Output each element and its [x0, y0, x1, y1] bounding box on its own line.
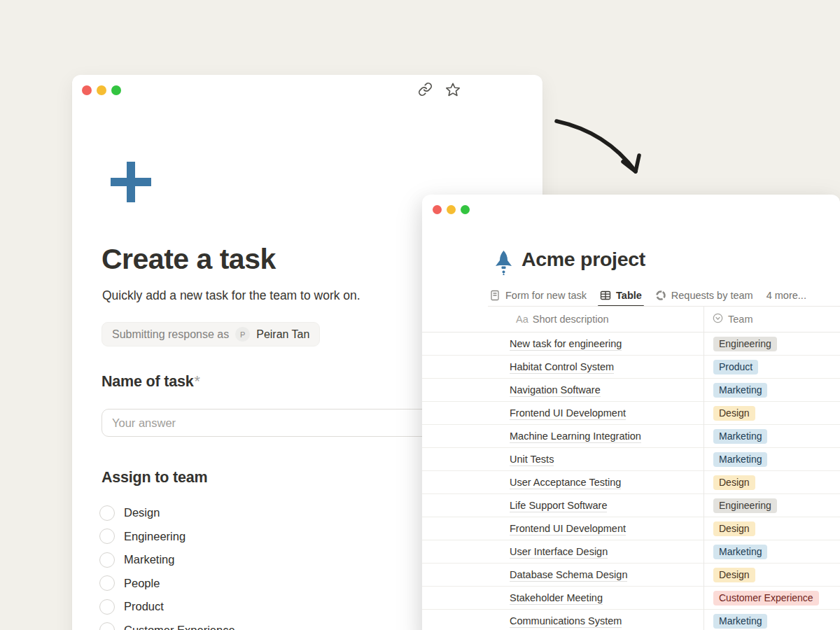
cell-description[interactable]: Stakeholder Meeting: [422, 592, 704, 604]
table-row[interactable]: User Interface DesignMarketing: [422, 540, 840, 564]
cell-team[interactable]: Design: [704, 406, 755, 421]
option-label: People: [124, 577, 160, 590]
cell-team[interactable]: Marketing: [704, 383, 767, 398]
cell-description[interactable]: User Interface Design: [422, 545, 704, 558]
column-divider: [704, 307, 704, 630]
cell-team[interactable]: Marketing: [704, 452, 767, 467]
radio-button[interactable]: [99, 622, 115, 630]
team-tag: Engineering: [713, 498, 777, 513]
view-tabs: Form for new taskTableRequests by team4 …: [489, 286, 806, 304]
radio-button[interactable]: [99, 505, 115, 521]
cell-description[interactable]: New task for engineering: [422, 337, 704, 350]
team-tag: Product: [713, 360, 758, 374]
team-option-engineering[interactable]: Engineering: [99, 525, 235, 549]
cell-team[interactable]: Engineering: [704, 498, 777, 513]
radio-button[interactable]: [99, 599, 115, 615]
close-button[interactable]: [433, 205, 442, 214]
cell-team[interactable]: Marketing: [704, 545, 767, 559]
team-tag: Design: [713, 406, 755, 421]
rocket-icon: [494, 250, 513, 278]
cell-description[interactable]: Habitat Control System: [422, 360, 704, 373]
table-row[interactable]: Unit TestsMarketing: [422, 448, 840, 471]
cell-description[interactable]: Frontend UI Development: [422, 522, 704, 535]
cell-team[interactable]: Design: [704, 522, 755, 536]
zoom-button[interactable]: [461, 205, 470, 214]
table-row[interactable]: Navigation SoftwareMarketing: [422, 379, 840, 402]
title-property-icon: Aa: [516, 314, 528, 325]
window-controls: [82, 85, 121, 95]
cell-description[interactable]: Life Support Software: [422, 499, 704, 512]
cell-description[interactable]: Communications System: [422, 615, 704, 627]
table-row[interactable]: Communications SystemMarketing: [422, 610, 840, 630]
window-controls: [433, 205, 470, 214]
cell-team[interactable]: Design: [704, 568, 755, 582]
table-row[interactable]: Database Schema DesignDesign: [422, 564, 840, 587]
row-title: Life Support Software: [510, 500, 607, 512]
table-row[interactable]: Stakeholder MeetingCustomer Experience: [422, 587, 840, 610]
tab-form-for-new-task[interactable]: Form for new task: [489, 286, 587, 304]
column-header-description[interactable]: Aa Short description: [422, 314, 704, 325]
star-icon[interactable]: [445, 82, 461, 97]
table-row[interactable]: Habitat Control SystemProduct: [422, 356, 840, 379]
minimize-button[interactable]: [447, 205, 456, 214]
cell-description[interactable]: Navigation Software: [422, 384, 704, 396]
tab-requests-by-team[interactable]: Requests by team: [655, 286, 753, 304]
radio-button[interactable]: [99, 552, 115, 568]
team-option-design[interactable]: Design: [99, 501, 235, 525]
team-tag: Marketing: [713, 545, 767, 559]
table-row[interactable]: User Acceptance TestingDesign: [422, 471, 840, 494]
table-row[interactable]: Frontend UI DevelopmentDesign: [422, 402, 840, 425]
team-option-marketing[interactable]: Marketing: [99, 548, 235, 572]
cell-description[interactable]: Database Schema Design: [422, 568, 704, 581]
team-tag: Customer Experience: [713, 591, 819, 606]
option-label: Product: [124, 600, 164, 613]
cell-team[interactable]: Marketing: [704, 429, 767, 444]
close-button[interactable]: [82, 85, 92, 95]
row-title: Machine Learning Integration: [510, 430, 641, 443]
row-title: Frontend UI Development: [510, 523, 626, 536]
row-title: User Acceptance Testing: [510, 477, 621, 489]
copy-link-icon[interactable]: [418, 82, 433, 97]
team-option-customer-experience[interactable]: Customer Experience: [99, 619, 235, 630]
table-row[interactable]: Frontend UI DevelopmentDesign: [422, 517, 840, 540]
option-label: Design: [124, 506, 160, 519]
cell-team[interactable]: Customer Experience: [704, 591, 819, 606]
form-subtitle: Quickly add a new task for the team to w…: [102, 288, 360, 303]
cell-team[interactable]: Marketing: [704, 614, 767, 629]
submitting-as-label: Submitting response as: [112, 328, 229, 341]
table-row[interactable]: New task for engineeringEngineering: [422, 332, 840, 356]
cell-team[interactable]: Engineering: [704, 337, 777, 351]
team-option-product[interactable]: Product: [99, 595, 235, 619]
tab-4-more[interactable]: 4 more...: [766, 286, 806, 304]
cell-description[interactable]: Machine Learning Integration: [422, 430, 704, 442]
avatar: P: [235, 327, 250, 342]
team-option-people[interactable]: People: [99, 572, 235, 596]
team-tag: Design: [713, 568, 755, 582]
cell-description[interactable]: Unit Tests: [422, 453, 704, 465]
cell-team[interactable]: Design: [704, 475, 755, 490]
database-title: Acme project: [522, 248, 645, 271]
radio-button[interactable]: [99, 528, 115, 544]
submitting-as-pill[interactable]: Submitting response as P Peiran Tan: [102, 322, 320, 346]
cell-team[interactable]: Product: [704, 360, 758, 374]
table-row[interactable]: Machine Learning IntegrationMarketing: [422, 425, 840, 448]
tab-label: Form for new task: [505, 290, 587, 301]
plus-icon: [111, 161, 151, 206]
zoom-button[interactable]: [111, 85, 121, 95]
row-title: Navigation Software: [510, 384, 601, 397]
database-window: Acme project Form for new taskTableReque…: [422, 195, 840, 630]
tab-label: Table: [616, 290, 642, 301]
table-row[interactable]: Life Support SoftwareEngineering: [422, 494, 840, 517]
radio-button[interactable]: [99, 575, 115, 591]
team-tag: Marketing: [713, 383, 767, 398]
cell-description[interactable]: Frontend UI Development: [422, 407, 704, 419]
team-tag: Design: [713, 475, 755, 490]
option-label: Customer Experience: [124, 624, 235, 630]
option-label: Marketing: [124, 553, 174, 566]
tab-table[interactable]: Table: [600, 286, 642, 304]
minimize-button[interactable]: [97, 85, 106, 95]
column-header-team[interactable]: Team: [704, 313, 752, 326]
form-window-toolbar: [418, 82, 461, 97]
cell-description[interactable]: User Acceptance Testing: [422, 476, 704, 489]
user-name: Peiran Tan: [256, 328, 309, 341]
